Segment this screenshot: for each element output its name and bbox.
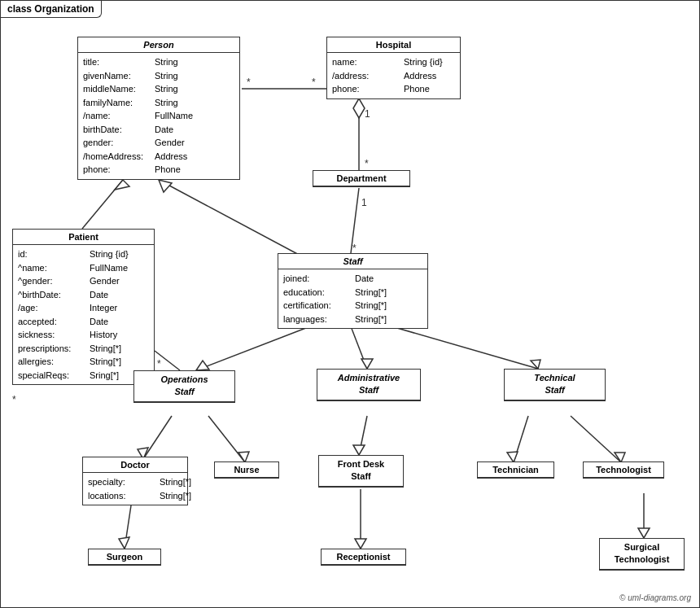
svg-text:1: 1 bbox=[365, 108, 370, 120]
copyright: © uml-diagrams.org bbox=[619, 593, 691, 602]
svg-line-14 bbox=[196, 326, 310, 370]
class-technical-staff-name: TechnicalStaff bbox=[505, 370, 605, 400]
class-doctor-name: Doctor bbox=[83, 457, 187, 473]
class-person-attrs: title:String givenName:String middleName… bbox=[78, 53, 239, 179]
class-administrative-staff-name: AdministrativeStaff bbox=[317, 370, 420, 400]
class-technical-staff: TechnicalStaff bbox=[504, 369, 606, 401]
class-department: Department bbox=[313, 170, 410, 187]
class-department-name: Department bbox=[313, 171, 409, 186]
class-technologist: Technologist bbox=[583, 461, 664, 479]
svg-line-16 bbox=[351, 326, 367, 369]
class-patient: Patient id:String {id} ^name:FullName ^g… bbox=[12, 229, 155, 385]
svg-text:*: * bbox=[247, 77, 251, 88]
class-doctor: Doctor specialty:String[*] locations:Str… bbox=[82, 457, 188, 505]
svg-marker-11 bbox=[115, 180, 129, 190]
class-receptionist-name: Receptionist bbox=[322, 549, 405, 565]
class-front-desk-staff-name: Front DeskStaff bbox=[319, 456, 403, 487]
class-staff-name: Staff bbox=[278, 254, 427, 269]
class-patient-name: Patient bbox=[13, 230, 154, 245]
class-person-name: Person bbox=[78, 37, 239, 53]
svg-line-30 bbox=[125, 505, 131, 549]
svg-marker-25 bbox=[353, 445, 365, 455]
svg-text:*: * bbox=[157, 358, 161, 370]
svg-line-26 bbox=[514, 416, 528, 462]
svg-line-10 bbox=[82, 180, 123, 229]
svg-line-7 bbox=[351, 188, 359, 253]
class-hospital-name: Hospital bbox=[327, 37, 460, 53]
class-hospital-attrs: name:String {id} /address:Address phone:… bbox=[327, 53, 460, 98]
class-hospital: Hospital name:String {id} /address:Addre… bbox=[326, 37, 461, 99]
svg-marker-13 bbox=[159, 180, 172, 192]
class-patient-attrs: id:String {id} ^name:FullName ^gender:Ge… bbox=[13, 245, 154, 384]
svg-marker-33 bbox=[355, 539, 366, 549]
class-nurse-name: Nurse bbox=[215, 462, 278, 478]
svg-marker-31 bbox=[119, 537, 129, 549]
svg-marker-19 bbox=[531, 360, 540, 369]
svg-line-18 bbox=[392, 326, 538, 369]
svg-marker-4 bbox=[353, 98, 365, 118]
svg-text:*: * bbox=[312, 77, 316, 88]
svg-line-20 bbox=[143, 416, 172, 459]
svg-marker-17 bbox=[361, 359, 373, 369]
svg-text:*: * bbox=[365, 158, 369, 169]
class-person: Person title:String givenName:String mid… bbox=[77, 37, 240, 180]
class-staff: Staff joined:Date education:String[*] ce… bbox=[278, 253, 428, 329]
svg-line-28 bbox=[571, 416, 621, 462]
class-nurse: Nurse bbox=[214, 461, 279, 479]
svg-marker-35 bbox=[638, 528, 650, 538]
svg-line-37 bbox=[155, 351, 180, 370]
svg-line-24 bbox=[359, 416, 367, 455]
svg-marker-15 bbox=[196, 361, 209, 370]
class-front-desk-staff: Front DeskStaff bbox=[318, 455, 404, 488]
class-technician: Technician bbox=[477, 461, 554, 479]
svg-line-22 bbox=[208, 416, 245, 462]
class-operations-staff-name: OperationsStaff bbox=[134, 371, 234, 402]
diagram-title: class Organization bbox=[1, 1, 102, 18]
class-surgical-technologist-name: SurgicalTechnologist bbox=[600, 539, 684, 570]
class-administrative-staff: AdministrativeStaff bbox=[317, 369, 421, 401]
class-technician-name: Technician bbox=[478, 462, 553, 478]
class-surgeon: Surgeon bbox=[88, 549, 161, 566]
svg-text:*: * bbox=[12, 394, 16, 405]
diagram-container: class Organization * * 1 * 1 * bbox=[0, 0, 700, 608]
class-surgical-technologist: SurgicalTechnologist bbox=[599, 538, 685, 571]
class-technologist-name: Technologist bbox=[584, 462, 663, 478]
class-doctor-attrs: specialty:String[*] locations:String[*] bbox=[83, 473, 187, 505]
svg-text:*: * bbox=[352, 243, 357, 254]
svg-text:1: 1 bbox=[361, 197, 367, 208]
class-operations-staff: OperationsStaff bbox=[133, 370, 235, 403]
class-receptionist: Receptionist bbox=[321, 549, 406, 566]
class-staff-attrs: joined:Date education:String[*] certific… bbox=[278, 269, 427, 328]
class-surgeon-name: Surgeon bbox=[89, 549, 160, 565]
